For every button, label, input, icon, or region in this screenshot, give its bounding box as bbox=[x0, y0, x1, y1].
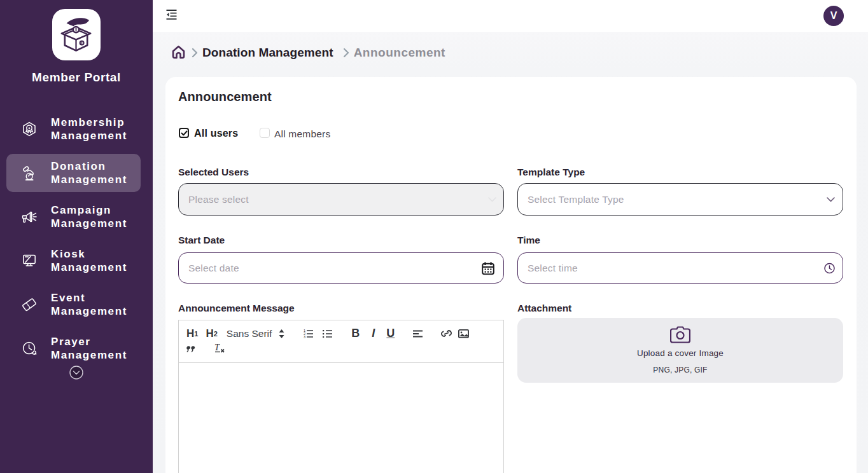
svg-text:3: 3 bbox=[304, 335, 305, 338]
svg-text:T: T bbox=[214, 343, 220, 352]
